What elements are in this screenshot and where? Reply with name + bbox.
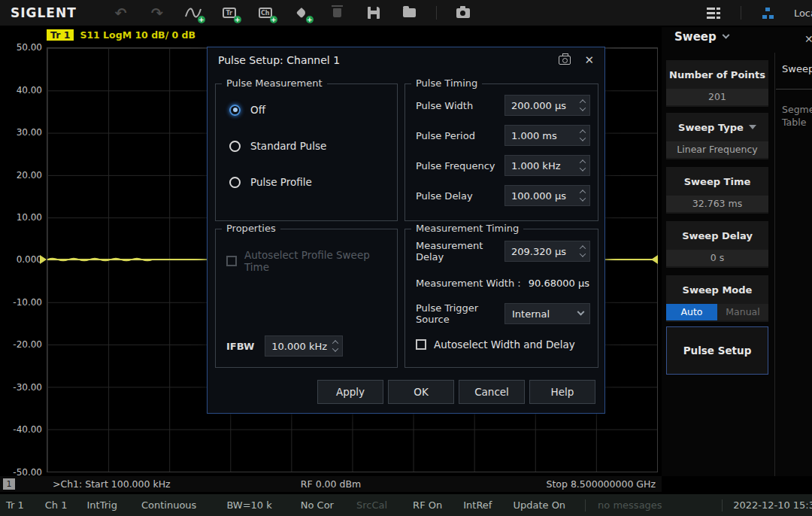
delete-button[interactable] bbox=[328, 4, 347, 22]
network-button[interactable] bbox=[758, 4, 777, 22]
sweep-time-value[interactable]: 32.763 ms bbox=[666, 196, 768, 212]
radio-icon bbox=[229, 177, 241, 188]
radio-selected-icon bbox=[229, 105, 241, 116]
pulse-period-value: 1.000 ms bbox=[505, 130, 577, 141]
spinner-down-icon[interactable] bbox=[579, 135, 585, 141]
sweep-type-control[interactable]: Sweep Type Linear Frequency bbox=[666, 113, 768, 159]
status-update: Update On bbox=[513, 499, 565, 511]
add-marker-button[interactable]: + bbox=[292, 4, 311, 22]
y-axis-label: -10.00 bbox=[0, 297, 42, 308]
pulse-trigger-source-label: Pulse Trigger Source bbox=[416, 302, 504, 325]
dialog-close-button[interactable]: ✕ bbox=[584, 53, 594, 67]
pulse-width-input[interactable]: 200.000 µs bbox=[504, 95, 590, 116]
measurement-width-row: Measurement Width : 90.68000 µs bbox=[416, 278, 598, 289]
tab-sweep[interactable]: Sweep bbox=[782, 63, 812, 74]
redo-button[interactable]: ↷ bbox=[147, 4, 167, 22]
new-channel-button[interactable]: Ch + bbox=[256, 4, 275, 22]
autoselect-width-delay-checkbox[interactable]: Autoselect Width and Delay bbox=[416, 338, 598, 351]
pulse-period-input[interactable]: 1.000 ms bbox=[504, 125, 590, 146]
redo-icon: ↷ bbox=[151, 5, 163, 21]
sweep-type-value[interactable]: Linear Frequency bbox=[666, 141, 768, 158]
pulse-frequency-value: 1.000 kHz bbox=[505, 160, 577, 171]
pulse-frequency-input[interactable]: 1.000 kHz bbox=[504, 155, 590, 176]
new-trace-button[interactable]: Tr + bbox=[220, 4, 239, 22]
dialog-title-bar: Pulse Setup: Channel 1 ✕ bbox=[208, 47, 604, 73]
tab-underline bbox=[776, 89, 812, 90]
pulse-period-label: Pulse Period bbox=[416, 130, 504, 141]
properties-group: Properties Autoselect Profile Sweep Time… bbox=[215, 229, 398, 368]
checkbox-icon bbox=[416, 339, 426, 350]
autoselect-profile-sweep-time-checkbox: Autoselect Profile Sweep Time bbox=[226, 249, 397, 273]
radio-off[interactable]: Off bbox=[229, 104, 397, 116]
pulse-delay-value: 100.000 µs bbox=[505, 190, 577, 202]
pulse-setup-button[interactable]: Pulse Setup bbox=[666, 326, 768, 375]
marker-diamond-icon bbox=[296, 8, 307, 18]
sidebar-close-button[interactable]: ✕ bbox=[804, 33, 812, 45]
y-axis-label: -30.00 bbox=[0, 382, 42, 393]
save-button[interactable] bbox=[364, 4, 383, 22]
screenshot-button[interactable] bbox=[453, 4, 473, 22]
measurement-delay-input[interactable]: 209.320 µs bbox=[504, 241, 590, 262]
tabstrip-divider bbox=[774, 53, 775, 476]
radio-standard-pulse[interactable]: Standard Pulse bbox=[229, 140, 397, 152]
channel-number-badge[interactable]: 1 bbox=[3, 478, 15, 490]
spinner-down-icon[interactable] bbox=[332, 345, 338, 351]
rf-power-label[interactable]: RF 0.00 dBm bbox=[301, 478, 361, 490]
spinner-down-icon[interactable] bbox=[579, 165, 585, 171]
sweep-delay-value[interactable]: 0 s bbox=[666, 250, 768, 266]
sweep-mode-manual-button[interactable]: Manual bbox=[717, 304, 768, 320]
trace-badge[interactable]: Tr 1 bbox=[47, 29, 74, 41]
pulse-delay-input[interactable]: 100.000 µs bbox=[504, 185, 590, 206]
ok-button[interactable]: OK bbox=[388, 380, 454, 404]
pulse-trigger-source-select[interactable]: Internal bbox=[504, 303, 590, 324]
pulse-width-label: Pulse Width bbox=[416, 100, 504, 111]
plus-badge-icon: + bbox=[306, 16, 314, 23]
status-trace: Tr 1 bbox=[6, 499, 24, 511]
vna-screen: SIGLENT ↶ ↷ + Tr + Ch + + bbox=[0, 0, 812, 516]
pulse-delay-label: Pulse Delay bbox=[416, 190, 504, 202]
spinner-down-icon[interactable] bbox=[579, 195, 585, 201]
pulse-trigger-source-value: Internal bbox=[505, 308, 578, 320]
window-layout-button[interactable] bbox=[704, 4, 724, 22]
open-button[interactable] bbox=[400, 4, 420, 22]
undo-button[interactable]: ↶ bbox=[111, 4, 131, 22]
trace-header: Tr 1 S11 LogM 10 dB/ 0 dB bbox=[47, 29, 195, 41]
dropdown-triangle-icon bbox=[749, 125, 756, 129]
brand-logo: SIGLENT bbox=[11, 5, 77, 20]
y-axis-label: 0.000 bbox=[0, 254, 42, 265]
apply-button[interactable]: Apply bbox=[317, 380, 383, 404]
radio-pulse-profile[interactable]: Pulse Profile bbox=[229, 176, 397, 188]
pulse-measurement-legend: Pulse Measurement bbox=[222, 77, 327, 89]
status-messages: no messages bbox=[598, 499, 662, 511]
properties-legend: Properties bbox=[222, 223, 280, 234]
sweep-time-label: Sweep Time bbox=[666, 167, 768, 196]
spinner-down-icon[interactable] bbox=[579, 105, 585, 111]
status-channel: Ch 1 bbox=[45, 499, 68, 511]
help-button[interactable]: Help bbox=[529, 380, 595, 404]
cancel-button[interactable]: Cancel bbox=[459, 380, 525, 404]
stop-frequency-label[interactable]: Stop 8.500000000 GHz bbox=[546, 478, 656, 490]
dialog-title: Pulse Setup: Channel 1 bbox=[218, 54, 340, 66]
sweep-mode-auto-button[interactable]: Auto bbox=[666, 304, 717, 320]
status-trigger: IntTrig bbox=[87, 499, 117, 511]
ifbw-input[interactable]: 10.000 kHz bbox=[265, 335, 343, 357]
tab-segment-table[interactable]: Segment Table bbox=[782, 104, 812, 129]
number-of-points-value[interactable]: 201 bbox=[666, 89, 768, 105]
measurement-delay-value: 209.320 µs bbox=[505, 246, 577, 257]
add-trace-curve-button[interactable]: + bbox=[183, 4, 203, 22]
sweep-sidebar: Sweep ✕ Sweep Segment Table Number of Po… bbox=[662, 27, 812, 476]
start-frequency-label[interactable]: >Ch1: Start 100.000 kHz bbox=[53, 478, 171, 490]
sweep-time-control[interactable]: Sweep Time 32.763 ms bbox=[666, 167, 768, 214]
local-mode-label: Loca bbox=[794, 8, 812, 19]
sweep-delay-control[interactable]: Sweep Delay 0 s bbox=[666, 221, 768, 268]
plus-badge-icon: + bbox=[234, 16, 241, 23]
dialog-screenshot-icon[interactable] bbox=[559, 56, 571, 65]
trace-info-label[interactable]: S11 LogM 10 dB/ 0 dB bbox=[80, 29, 195, 41]
sweep-type-label: Sweep Type bbox=[678, 122, 744, 133]
layout-icon bbox=[707, 8, 721, 19]
number-of-points-control[interactable]: Number of Points 201 bbox=[666, 60, 768, 107]
trace-noise-segment bbox=[47, 255, 160, 264]
ifbw-value: 10.000 kHz bbox=[265, 341, 329, 352]
sweep-menu-header[interactable]: Sweep bbox=[674, 30, 729, 44]
spinner-down-icon[interactable] bbox=[579, 250, 585, 256]
